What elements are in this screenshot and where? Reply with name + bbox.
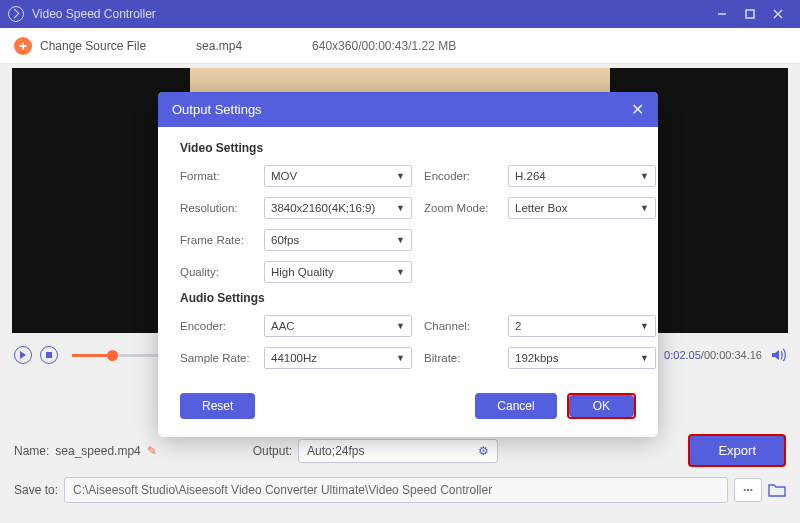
chevron-down-icon: ▼ (396, 267, 405, 277)
name-label: Name: (14, 444, 49, 458)
channel-select[interactable]: 2▼ (508, 315, 656, 337)
chevron-down-icon: ▼ (640, 203, 649, 213)
quality-select[interactable]: High Quality▼ (264, 261, 412, 283)
edit-name-icon[interactable]: ✎ (147, 444, 157, 458)
minimize-button[interactable] (708, 4, 736, 24)
app-logo-icon (8, 6, 24, 22)
saveto-path: C:\Aiseesoft Studio\Aiseesoft Video Conv… (64, 477, 728, 503)
svg-marker-4 (20, 351, 26, 359)
zoom-select[interactable]: Letter Box▼ (508, 197, 656, 219)
framerate-select[interactable]: 60fps▼ (264, 229, 412, 251)
output-select[interactable]: Auto;24fps ⚙ (298, 439, 498, 463)
video-encoder-select[interactable]: H.264▼ (508, 165, 656, 187)
svg-rect-1 (746, 10, 754, 18)
chevron-down-icon: ▼ (640, 171, 649, 181)
bitrate-select[interactable]: 192kbps▼ (508, 347, 656, 369)
format-label: Format: (180, 170, 252, 182)
name-value: sea_speed.mp4 (55, 444, 140, 458)
encoder-label: Encoder: (424, 170, 496, 182)
titlebar: Video Speed Controller (0, 0, 800, 28)
play-button[interactable] (14, 346, 32, 364)
close-button[interactable] (764, 4, 792, 24)
resolution-select[interactable]: 3840x2160(4K;16:9)▼ (264, 197, 412, 219)
resolution-label: Resolution: (180, 202, 252, 214)
output-settings-dialog: Output Settings ✕ Video Settings Format:… (158, 92, 658, 437)
zoom-label: Zoom Mode: (424, 202, 496, 214)
output-gear-icon[interactable]: ⚙ (478, 444, 489, 458)
open-folder-icon[interactable] (768, 482, 786, 498)
browse-button[interactable]: ··· (734, 478, 762, 502)
format-select[interactable]: MOV▼ (264, 165, 412, 187)
chevron-down-icon: ▼ (640, 321, 649, 331)
export-button[interactable]: Export (688, 434, 786, 467)
audio-settings-heading: Audio Settings (180, 291, 636, 305)
current-time: 0:02.05 (664, 349, 701, 361)
chevron-down-icon: ▼ (396, 171, 405, 181)
saveto-label: Save to: (14, 483, 58, 497)
volume-icon[interactable] (770, 347, 786, 363)
source-filename: sea.mp4 (196, 39, 242, 53)
app-title: Video Speed Controller (32, 7, 156, 21)
chevron-down-icon: ▼ (396, 203, 405, 213)
framerate-label: Frame Rate: (180, 234, 252, 246)
samplerate-label: Sample Rate: (180, 352, 252, 364)
chevron-down-icon: ▼ (396, 321, 405, 331)
output-value: Auto;24fps (307, 444, 364, 458)
svg-rect-5 (46, 352, 52, 358)
bitrate-label: Bitrate: (424, 352, 496, 364)
add-source-icon[interactable]: + (14, 37, 32, 55)
video-settings-heading: Video Settings (180, 141, 636, 155)
source-fileinfo: 640x360/00:00:43/1.22 MB (312, 39, 456, 53)
chevron-down-icon: ▼ (396, 235, 405, 245)
source-bar: + Change Source File sea.mp4 640x360/00:… (0, 28, 800, 64)
chevron-down-icon: ▼ (396, 353, 405, 363)
output-label: Output: (253, 444, 292, 458)
maximize-button[interactable] (736, 4, 764, 24)
dialog-close-icon[interactable]: ✕ (631, 100, 644, 119)
quality-label: Quality: (180, 266, 252, 278)
ok-button[interactable]: OK (569, 395, 634, 417)
chevron-down-icon: ▼ (640, 353, 649, 363)
change-source-link[interactable]: Change Source File (40, 39, 146, 53)
reset-button[interactable]: Reset (180, 393, 255, 419)
dialog-header: Output Settings ✕ (158, 92, 658, 127)
total-time: 00:00:34.16 (704, 349, 762, 361)
stop-button[interactable] (40, 346, 58, 364)
audio-encoder-select[interactable]: AAC▼ (264, 315, 412, 337)
cancel-button[interactable]: Cancel (475, 393, 556, 419)
bottom-panel: Name: sea_speed.mp4 ✎ Output: Auto;24fps… (14, 434, 786, 513)
time-display: 0:02.05/00:00:34.16 (664, 349, 762, 361)
audio-encoder-label: Encoder: (180, 320, 252, 332)
channel-label: Channel: (424, 320, 496, 332)
samplerate-select[interactable]: 44100Hz▼ (264, 347, 412, 369)
dialog-title: Output Settings (172, 102, 262, 117)
